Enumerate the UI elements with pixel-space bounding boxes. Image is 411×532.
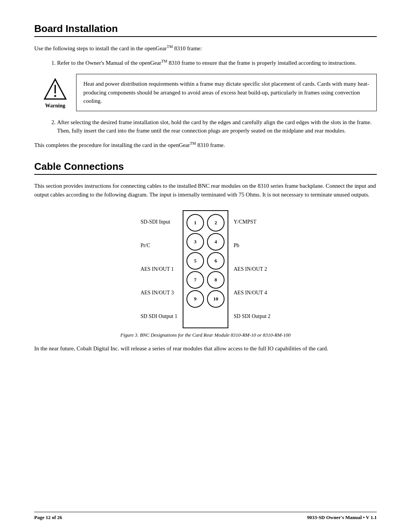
label-pb: Pb	[234, 234, 271, 257]
cable-connections-intro: This section provides instructions for c…	[34, 182, 377, 199]
row-9-10: 9 10	[186, 290, 225, 308]
footer-manual: 9033-SD Owner's Manual • V 1.1	[307, 514, 377, 521]
row-5-6: 5 6	[186, 252, 225, 270]
cable-connections-closing: In the near future, Cobalt Digital Inc. …	[34, 344, 377, 353]
row-1-2: 1 2	[186, 214, 225, 232]
connector-7: 7	[186, 271, 204, 289]
board-installation-section: Board Installation Use the following ste…	[34, 23, 377, 149]
label-aes-inout-3: AES IN/OUT 3	[140, 281, 177, 305]
footer-page: Page 12 of 26	[34, 514, 62, 521]
installation-steps: Refer to the Owner's Manual of the openG…	[57, 58, 377, 67]
label-prc: Pr/C	[140, 234, 177, 257]
connector-10: 10	[207, 290, 225, 308]
warning-text: Heat and power distribution requirements…	[83, 81, 369, 104]
cable-connections-section: Cable Connections This section provides …	[34, 161, 377, 353]
board-installation-closing: This completes the procedure for install…	[34, 141, 377, 150]
label-ycmpst: Y/CMPST	[234, 210, 271, 234]
label-aes-inout-4: AES IN/OUT 4	[234, 281, 271, 305]
connector-9: 9	[186, 290, 204, 308]
svg-point-2	[54, 95, 56, 97]
warning-label: Warning	[45, 103, 65, 109]
label-aes-inout-2: AES IN/OUT 2	[234, 257, 271, 281]
board-installation-intro: Use the following steps to install the c…	[34, 44, 377, 53]
bnc-diagram: SD-SDI Input Pr/C AES IN/OUT 1 AES IN/OU…	[34, 210, 377, 328]
label-aes-inout-1: AES IN/OUT 1	[140, 257, 177, 281]
warning-area: Warning Heat and power distribution requ…	[34, 74, 377, 111]
warning-icon-col: Warning	[34, 74, 76, 109]
board-installation-title: Board Installation	[34, 23, 377, 37]
step-1: Refer to the Owner's Manual of the openG…	[57, 58, 377, 67]
installation-steps-2: After selecting the desired frame instal…	[57, 118, 377, 135]
connector-3: 3	[186, 233, 204, 251]
connector-box: 1 2 3 4 5 6 7 8 9 10	[183, 210, 228, 328]
warning-icon	[43, 78, 67, 101]
label-sd-sdi-input: SD-SDI Input	[140, 210, 177, 234]
connector-5: 5	[186, 252, 204, 270]
connector-1: 1	[186, 214, 204, 232]
connector-8: 8	[207, 271, 225, 289]
connector-2: 2	[207, 214, 225, 232]
label-sd-sdi-out-1: SD SDI Output 1	[140, 305, 177, 328]
step-2: After selecting the desired frame instal…	[57, 118, 377, 135]
figure-caption: Figure 3. BNC Designations for the Card …	[34, 332, 377, 338]
connector-4: 4	[207, 233, 225, 251]
row-3-4: 3 4	[186, 233, 225, 251]
connector-6: 6	[207, 252, 225, 270]
warning-box: Heat and power distribution requirements…	[76, 74, 377, 111]
left-labels: SD-SDI Input Pr/C AES IN/OUT 1 AES IN/OU…	[140, 210, 183, 328]
right-labels: Y/CMPST Pb AES IN/OUT 2 AES IN/OUT 4 SD …	[228, 210, 271, 328]
cable-connections-title: Cable Connections	[34, 161, 377, 175]
page: Board Installation Use the following ste…	[0, 0, 411, 532]
footer: Page 12 of 26 9033-SD Owner's Manual • V…	[34, 512, 377, 521]
label-sd-sdi-out-2: SD SDI Output 2	[234, 305, 271, 328]
row-7-8: 7 8	[186, 271, 225, 289]
